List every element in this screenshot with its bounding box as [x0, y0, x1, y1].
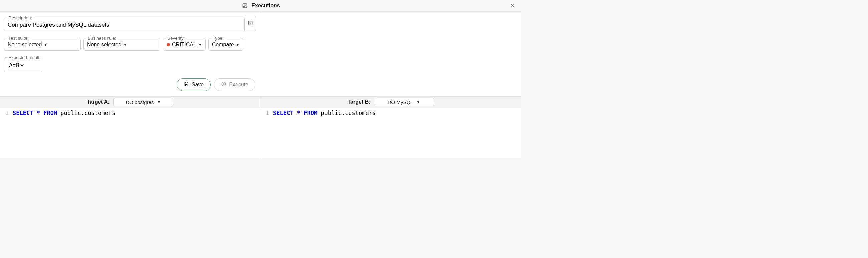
editor-a-line-1: SELECT * FROM public.customers	[11, 108, 115, 158]
caret-down-icon: ▼	[44, 43, 48, 47]
sql-editor-a[interactable]: 1 SELECT * FROM public.customers	[0, 108, 260, 158]
target-b-select[interactable]: DO MySQL ▼	[374, 98, 434, 106]
edit-note-icon	[241, 2, 249, 10]
text-cursor-icon	[376, 110, 376, 116]
executions-panel	[260, 12, 521, 96]
save-button[interactable]: Save	[177, 78, 211, 91]
save-button-label: Save	[192, 82, 204, 88]
caret-down-icon: ▼	[416, 100, 420, 104]
editor-a-line-number: 1	[0, 109, 9, 117]
svg-point-2	[222, 82, 226, 86]
description-field: Description:	[4, 16, 245, 31]
topbar-title-group: Executions	[241, 2, 280, 10]
test-suite-label: Test suite:	[7, 36, 30, 41]
caret-down-icon: ▼	[236, 43, 240, 47]
expected-result-field: Expected result: A=B	[4, 55, 42, 72]
type-value: Compare	[212, 42, 234, 48]
topbar: Executions	[0, 0, 521, 11]
business-rule-field[interactable]: Business rule: None selected ▼	[84, 36, 160, 51]
play-circle-icon	[221, 81, 226, 88]
target-b-value: DO MySQL	[388, 99, 413, 105]
topbar-title: Executions	[251, 3, 280, 9]
severity-field[interactable]: Severity: CRITICAL ▼	[163, 36, 206, 51]
description-label: Description:	[7, 16, 33, 20]
expected-result-label: Expected result:	[7, 55, 42, 60]
editor-b-line-1: SELECT * FROM public.customers	[272, 108, 376, 158]
config-panel: Description: Test suite: None selected	[0, 11, 521, 96]
expected-result-select[interactable]: A=B	[8, 61, 25, 69]
caret-down-icon: ▼	[157, 100, 161, 104]
execute-button[interactable]: Execute	[214, 78, 255, 91]
type-field[interactable]: Type: Compare ▼	[208, 36, 243, 51]
target-a-select[interactable]: DO postgres ▼	[113, 98, 173, 106]
text-lines-icon	[247, 21, 253, 26]
targets-row: Target A: DO postgres ▼ Target B: DO MyS…	[0, 96, 521, 108]
severity-label: Severity:	[166, 36, 186, 41]
target-a-value: DO postgres	[126, 99, 154, 105]
target-b-label: Target B:	[347, 99, 370, 105]
sql-editor-b[interactable]: 1 SELECT * FROM public.customers	[260, 108, 521, 158]
test-suite-field[interactable]: Test suite: None selected ▼	[4, 36, 81, 51]
actions-row: Save Execute	[4, 78, 256, 92]
business-rule-value: None selected	[87, 42, 121, 48]
config-left: Description: Test suite: None selected	[0, 12, 260, 96]
execute-button-label: Execute	[229, 82, 248, 88]
test-suite-value: None selected	[8, 42, 42, 48]
expand-description-button[interactable]	[245, 16, 256, 31]
caret-down-icon: ▼	[123, 43, 127, 47]
editor-a-gutter: 1	[0, 108, 11, 158]
type-label: Type:	[211, 36, 225, 41]
editors-row: 1 SELECT * FROM public.customers 1 SELEC…	[0, 108, 521, 158]
business-rule-label: Business rule:	[87, 36, 118, 41]
caret-down-icon: ▼	[198, 43, 202, 47]
close-icon[interactable]	[509, 2, 517, 10]
save-icon	[184, 81, 189, 88]
target-a-label: Target A:	[87, 99, 110, 105]
editor-b-gutter: 1	[260, 108, 272, 158]
severity-dot-icon	[166, 43, 170, 47]
target-b-cell: Target B: DO MySQL ▼	[260, 96, 521, 108]
severity-value: CRITICAL	[172, 42, 196, 48]
target-a-cell: Target A: DO postgres ▼	[0, 96, 260, 108]
editor-b-line-number: 1	[260, 109, 269, 117]
description-input[interactable]	[8, 22, 241, 28]
